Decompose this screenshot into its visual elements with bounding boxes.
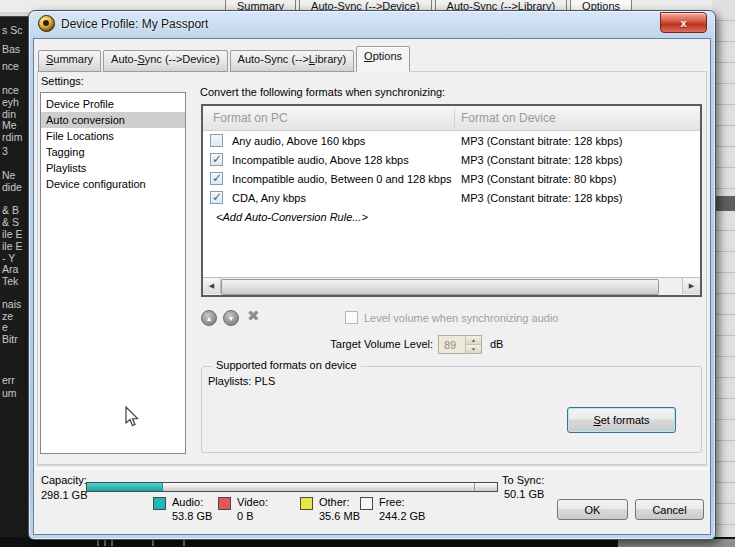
background-window-bottom-panel (618, 539, 735, 547)
move-up-button[interactable]: ▲ (201, 310, 217, 326)
background-text-fragment: rdim (2, 131, 22, 143)
background-text-fragment: um (2, 387, 17, 399)
settings-list-item[interactable]: Auto conversion (41, 112, 185, 128)
legend-swatch (300, 497, 313, 510)
device-profile-dialog: Device Profile: My Passport x Summary Au… (28, 10, 716, 540)
background-text-fragment: Me (2, 119, 17, 131)
rule-checkbox[interactable] (210, 134, 223, 147)
convert-formats-label: Convert the following formats when synch… (200, 86, 445, 98)
tab[interactable]: Summary (38, 50, 101, 72)
to-sync-label: To Sync: (502, 474, 544, 486)
delete-rule-button[interactable]: ✖ (247, 307, 260, 325)
level-volume-checkbox[interactable] (345, 311, 358, 324)
background-text-fragment: Bitr (2, 333, 18, 345)
background-text-fragment: nais (2, 298, 21, 310)
column-format-on-pc: Format on PC (203, 111, 288, 125)
legend-name: Free: (379, 496, 425, 508)
settings-list-item[interactable]: Device configuration (41, 176, 185, 192)
settings-list-item[interactable]: Device Profile (41, 96, 185, 112)
settings-list-item[interactable]: Tagging (41, 144, 185, 160)
scroll-right-icon[interactable]: ▶ (682, 278, 700, 294)
legend-swatch (153, 497, 166, 510)
capacity-label: Capacity: (41, 474, 87, 486)
background-text-fragment: Ne (2, 169, 15, 181)
background-tick (111, 540, 113, 546)
legend-value: 0 B (237, 510, 268, 522)
scrollbar-thumb[interactable] (221, 279, 659, 295)
format-on-pc-cell: CDA, Any kbps (232, 192, 306, 204)
background-tick (183, 540, 185, 546)
table-row[interactable]: CDA, Any kbps MP3 (Constant bitrate: 128… (203, 188, 700, 207)
arrow-down-icon: ▼ (228, 315, 235, 322)
rule-checkbox[interactable] (210, 172, 223, 185)
background-window-left: s ScBasncenceeyhdinMerdim3Nedide& B& Sil… (0, 0, 30, 547)
format-on-device-cell: MP3 (Constant bitrate: 128 kbps) (461, 135, 622, 147)
cancel-button[interactable]: Cancel (635, 499, 704, 520)
background-text-fragment: err (2, 374, 15, 386)
table-row[interactable]: Incompatible audio, Above 128 kbps MP3 (… (203, 150, 700, 169)
spinner-up-icon[interactable]: ▲ (466, 336, 481, 345)
target-volume-value: 89 (439, 339, 465, 351)
legend-name: Video: (237, 496, 268, 508)
horizontal-scrollbar[interactable]: ◀ ▶ (203, 277, 700, 295)
conversion-rules-table: Format on PC Format on Device Any audio,… (201, 104, 702, 297)
separator-line (36, 465, 708, 469)
spinner-arrows[interactable]: ▲ ▼ (465, 336, 481, 353)
background-tick (97, 540, 99, 546)
legend-swatch (218, 497, 231, 510)
capacity-value: 298.1 GB (41, 489, 87, 501)
format-on-device-cell: MP3 (Constant bitrate: 80 kbps) (461, 173, 616, 185)
legend-item: Free: 244.2 GB (360, 496, 425, 522)
tab[interactable]: Auto-Sync (-->Library) (230, 50, 355, 72)
tab[interactable]: Options (356, 46, 410, 72)
background-text-fragment: Ara (2, 263, 18, 275)
table-row[interactable]: Any audio, Above 160 kbps MP3 (Constant … (203, 131, 700, 150)
move-down-button[interactable]: ▼ (223, 310, 239, 326)
background-text-fragment: s Sc (2, 24, 22, 36)
rule-checkbox[interactable] (210, 191, 223, 204)
ok-button[interactable]: OK (557, 499, 628, 520)
close-button[interactable]: x (660, 12, 707, 33)
spinner-down-icon[interactable]: ▼ (466, 345, 481, 353)
db-unit-label: dB (490, 338, 503, 350)
legend-swatch (360, 497, 373, 510)
settings-list-item[interactable]: Playlists (41, 160, 185, 176)
legend-item: Other: 35.6 MB (300, 496, 360, 522)
target-volume-spinbox[interactable]: 89 ▲ ▼ (438, 335, 482, 354)
background-text-fragment: & B (2, 204, 19, 216)
scroll-left-icon[interactable]: ◀ (203, 278, 221, 294)
background-text-fragment: Bas (2, 43, 20, 55)
background-text-fragment: Tek (2, 275, 18, 287)
legend-value: 244.2 GB (379, 510, 425, 522)
column-divider (454, 109, 455, 127)
format-on-pc-cell: Any audio, Above 160 kbps (232, 135, 365, 147)
set-formats-button[interactable]: Set formats (567, 407, 676, 433)
settings-listbox: Device Profile Auto conversion File Loca… (40, 92, 186, 454)
x-delete-icon: ✖ (247, 307, 260, 324)
background-text-fragment: ile E (2, 240, 22, 252)
background-text-fragment: 3 (2, 145, 8, 157)
format-on-device-cell: MP3 (Constant bitrate: 128 kbps) (461, 154, 622, 166)
title-bar[interactable]: Device Profile: My Passport x (29, 11, 715, 36)
background-text-fragment: eyh (2, 96, 19, 108)
dialog-client-area: Summary Auto-Sync (-->Device) Auto-Sync … (33, 38, 711, 535)
mediamonkey-icon (38, 15, 55, 32)
level-volume-label: Level volume when synchronizing audio (364, 312, 558, 324)
settings-label: Settings: (41, 75, 84, 87)
legend-item: Video: 0 B (218, 496, 300, 522)
level-volume-checkbox-row[interactable]: Level volume when synchronizing audio (345, 311, 558, 324)
table-row[interactable]: Incompatible audio, Between 0 and 128 kb… (203, 169, 700, 188)
legend-item: Audio: 53.8 GB (153, 496, 218, 522)
table-row[interactable]: <Add Auto-Conversion Rule...> (203, 207, 700, 226)
background-tick (152, 540, 154, 546)
legend-name: Audio: (172, 496, 212, 508)
settings-list-item[interactable]: File Locations (41, 128, 185, 144)
table-header: Format on PC Format on Device (203, 106, 700, 131)
tab[interactable]: Auto-Sync (-->Device) (103, 50, 228, 72)
background-text-fragment: & S (2, 216, 19, 228)
background-text-fragment: ile E (2, 228, 22, 240)
groupbox-title: Supported formats on device (212, 359, 361, 371)
playlists-label: Playlists: PLS (208, 375, 275, 387)
rule-checkbox[interactable] (210, 153, 223, 166)
format-on-pc-cell: <Add Auto-Conversion Rule...> (216, 211, 368, 223)
